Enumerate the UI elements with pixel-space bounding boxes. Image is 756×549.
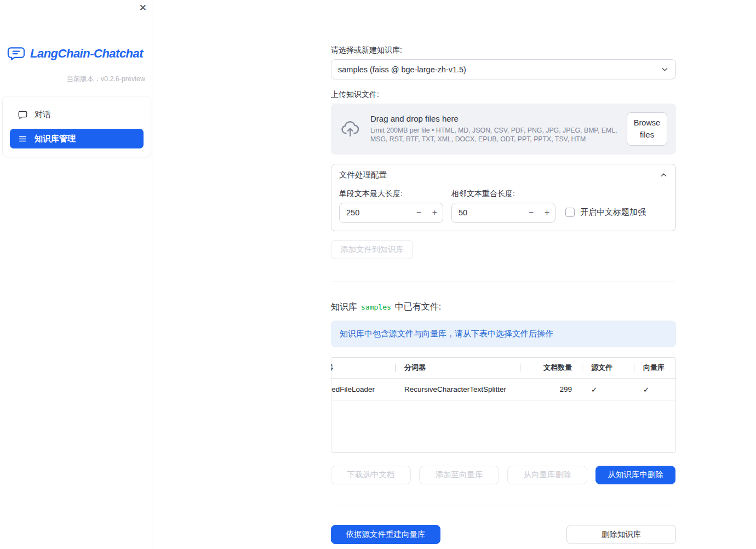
column-header-loader[interactable]: 文档加载器	[331, 363, 395, 373]
delete-from-vector-store-button[interactable]: 从向量库删除	[507, 466, 587, 484]
download-selected-button[interactable]: 下载选中文档	[331, 466, 411, 484]
column-header-source-file[interactable]: 源文件	[582, 363, 634, 373]
heading-prefix: 知识库	[331, 301, 357, 313]
version-text: 当前版本：v0.2.6-preview	[0, 75, 153, 84]
kb-name-code: samples	[361, 303, 391, 311]
divider	[331, 506, 676, 506]
browse-files-button[interactable]: Browse files	[627, 112, 667, 146]
column-header-doc-count[interactable]: 文档数量	[520, 363, 582, 373]
app-logo: LangChain-Chatchat	[7, 46, 153, 61]
zh-title-enhance-row: 开启中文标题加强	[565, 207, 646, 218]
dropzone-limit-text: Limit 200MB per file • HTML, MD, JSON, C…	[370, 126, 618, 144]
close-sidebar-button[interactable]: ✕	[139, 3, 147, 13]
chunk-size-decrement-button[interactable]: −	[411, 208, 427, 218]
dropzone-title: Drag and drop files here	[370, 114, 618, 123]
sidebar-item-dialogue[interactable]: 对话	[10, 105, 144, 124]
add-files-to-kb-button[interactable]: 添加文件到知识库	[331, 240, 413, 259]
cell-doc-count: 299	[520, 385, 582, 393]
file-action-buttons: 下载选中文档 添加至向量库 从向量库删除 从知识库中删除	[331, 466, 676, 484]
upload-label: 上传知识文件:	[331, 90, 676, 100]
expander-title: 文件处理配置	[339, 170, 387, 180]
info-banner: 知识库中包含源文件与向量库，请从下表中选择文件后操作	[331, 321, 676, 347]
heading-suffix: 中已有文件:	[395, 301, 441, 313]
chevron-down-icon	[661, 65, 669, 73]
expander-header[interactable]: 文件处理配置	[331, 164, 675, 186]
rebuild-vector-store-button[interactable]: 依据源文件重建向量库	[331, 525, 440, 544]
kb-select-label: 请选择或新建知识库:	[331, 45, 676, 55]
overlap-input[interactable]: 50	[452, 208, 523, 217]
sidebar-item-label: 对话	[35, 110, 51, 120]
zh-title-enhance-checkbox[interactable]	[565, 208, 575, 217]
kb-select[interactable]: samples (faiss @ bge-large-zh-v1.5)	[331, 59, 676, 79]
add-to-vector-store-button[interactable]: 添加至向量库	[419, 466, 499, 484]
cell-loader: UnstructuredFileLoader	[331, 385, 395, 393]
overlap-stepper: 50 − +	[451, 203, 555, 223]
chevron-up-icon	[660, 171, 668, 179]
sidebar: ✕ LangChain-Chatchat 当前版本：v0.2.6-preview…	[0, 0, 153, 549]
app-title: LangChain-Chatchat	[30, 47, 143, 61]
delete-from-kb-button[interactable]: 从知识库中删除	[595, 466, 675, 484]
chunk-size-input[interactable]: 250	[340, 208, 411, 217]
chunk-size-label: 单段文本最大长度:	[339, 189, 443, 199]
zh-title-enhance-label[interactable]: 开启中文标题加强	[580, 207, 646, 218]
cell-source-file-check: ✓	[582, 385, 634, 394]
files-table: 文档加载器 分词器 文档数量 源文件 向量库 UnstructuredFileL…	[331, 357, 676, 453]
overlap-increment-button[interactable]: +	[539, 208, 555, 218]
delete-kb-button[interactable]: 删除知识库	[566, 525, 676, 544]
logo-chat-icon	[7, 46, 25, 61]
file-dropzone[interactable]: Drag and drop files here Limit 200MB per…	[331, 104, 676, 155]
sidebar-menu: 对话 知识库管理	[2, 96, 151, 157]
chunk-size-stepper: 250 − +	[339, 203, 443, 223]
kb-files-heading: 知识库 samples 中已有文件:	[331, 301, 676, 313]
cloud-upload-icon	[340, 119, 362, 138]
kb-action-buttons: 依据源文件重建向量库 删除知识库	[331, 525, 676, 544]
kb-select-value: samples (faiss @ bge-large-zh-v1.5)	[338, 65, 466, 74]
overlap-label: 相邻文本重合长度:	[451, 189, 555, 199]
main-area: 请选择或新建知识库: samples (faiss @ bge-large-zh…	[153, 0, 756, 549]
list-icon	[18, 134, 27, 144]
divider	[331, 282, 676, 282]
sidebar-item-knowledge-base[interactable]: 知识库管理	[10, 129, 144, 148]
sidebar-item-label: 知识库管理	[35, 134, 76, 144]
column-header-vector-store[interactable]: 向量库	[634, 363, 676, 373]
table-row[interactable]: UnstructuredFileLoader RecursiveCharacte…	[331, 379, 676, 401]
chat-bubble-icon	[18, 110, 27, 119]
table-header-row: 文档加载器 分词器 文档数量 源文件 向量库	[331, 358, 676, 379]
file-config-expander: 文件处理配置 单段文本最大长度: 250 − + 相邻文	[331, 164, 676, 231]
cell-splitter: RecursiveCharacterTextSplitter	[395, 385, 520, 393]
chunk-size-increment-button[interactable]: +	[427, 208, 443, 218]
cell-vector-store-check: ✓	[634, 385, 676, 394]
column-header-splitter[interactable]: 分词器	[395, 363, 520, 373]
overlap-decrement-button[interactable]: −	[523, 208, 539, 218]
